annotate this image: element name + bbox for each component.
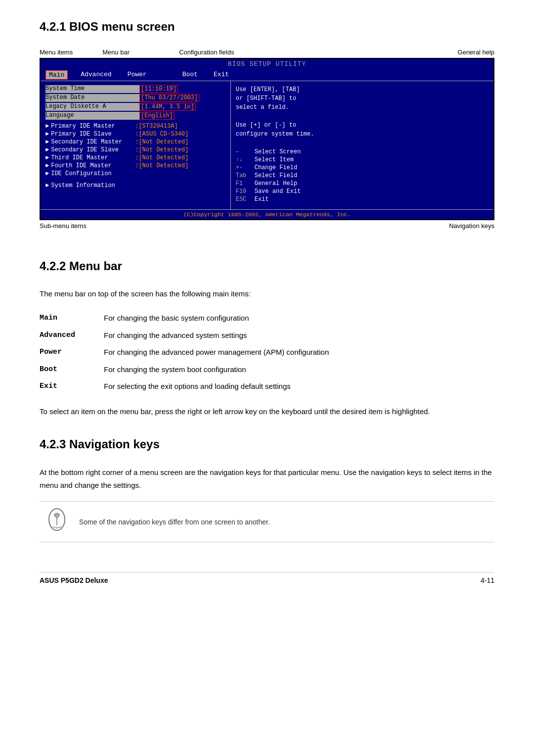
nav-desc-f1: General Help: [255, 180, 297, 187]
bios-value-system-time: [11:10:19]: [139, 85, 178, 93]
menu-item-desc-main: For changing the basic system configurat…: [99, 310, 494, 327]
bios-help-text: Use [ENTER], [TAB] or [SHIFT-TAB] to sel…: [236, 85, 489, 139]
menu-item-desc-boot: For changing the system boot configurati…: [99, 361, 494, 378]
bios-left-panel: System Time [11:10:19] System Date [Thu …: [41, 81, 231, 209]
bios-field-diskette: Legacy Diskette A [1.44M, 3.5 in]: [45, 103, 225, 111]
bios-value-system-date: [Thu 03/27/2003]: [139, 94, 199, 102]
nav-row-item: ↑↓ Select Item: [236, 156, 489, 163]
note-text: Some of the navigation keys differ from …: [79, 518, 270, 526]
section-422: 4.2.2 Menu bar The menu bar on top of th…: [40, 259, 494, 418]
menu-item-label-main: Main: [40, 310, 99, 327]
nav-row-field: +- Change Field: [236, 164, 489, 171]
bios-menu-exit[interactable]: Exit: [211, 70, 232, 80]
bios-menu-advanced[interactable]: Advanced: [78, 70, 114, 80]
table-row: Power For changing the advanced power ma…: [40, 344, 494, 361]
label-nav-keys: Navigation keys: [449, 222, 494, 230]
sub-value-primary-master: :[ST320413A]: [135, 123, 178, 130]
arrow-icon-4: ►: [45, 146, 49, 153]
sub-value-secondary-slave: :[Not Detected]: [135, 146, 188, 153]
label-menu-bar: Menu bar: [102, 48, 130, 56]
arrow-icon-7: ►: [45, 170, 49, 177]
nav-desc-item: Select Item: [255, 156, 294, 163]
menu-bar-table: Main For changing the basic system confi…: [40, 310, 494, 395]
nav-key-f1: F1: [236, 180, 251, 187]
bios-title-text: BIOS SETUP UTILITY: [228, 60, 306, 68]
nav-desc-esc: Exit: [255, 196, 269, 203]
nav-row-esc: ESC Exit: [236, 196, 489, 203]
bios-right-panel: Use [ENTER], [TAB] or [SHIFT-TAB] to sel…: [231, 81, 493, 209]
bios-title-bar: BIOS SETUP UTILITY: [41, 59, 493, 69]
bios-menu-power[interactable]: Power: [125, 70, 150, 80]
bios-footer: (C)Copyright 1985-2002, American Megatre…: [41, 209, 493, 219]
bios-diagram: Menu items Menu bar Configuration fields…: [40, 48, 494, 230]
section-422-title: 4.2.2 Menu bar: [40, 259, 494, 273]
table-row: Advanced For changing the advanced syste…: [40, 327, 494, 344]
bios-menu-main[interactable]: Main: [45, 70, 68, 80]
arrow-icon-3: ►: [45, 139, 49, 145]
arrow-icon-2: ►: [45, 131, 49, 138]
section-422-intro: The menu bar on top of the screen has th…: [40, 288, 494, 300]
bios-screen: BIOS SETUP UTILITY Main Advanced Power B…: [40, 58, 494, 220]
bios-label-language: Language: [45, 112, 139, 120]
sub-value-secondary-master: :[Not Detected]: [135, 139, 188, 145]
bios-sub-secondary-master: ► Secondary IDE Master :[Not Detected]: [45, 139, 225, 145]
footer-page-number: 4-11: [481, 576, 494, 584]
nav-key-tab: Tab: [236, 172, 251, 179]
menu-item-label-advanced: Advanced: [40, 327, 99, 344]
bios-label-system-time: System Time: [45, 85, 139, 93]
nav-desc-field: Change Field: [255, 164, 297, 171]
arrow-icon-5: ►: [45, 154, 49, 161]
nav-key-esc: ESC: [236, 196, 251, 203]
label-general-help: General help: [458, 48, 494, 56]
bios-label-system-date: System Date: [45, 94, 139, 102]
bios-sub-fourth-master: ► Fourth IDE Master :[Not Detected]: [45, 162, 225, 169]
nav-key-arrows: ←: [236, 148, 251, 155]
menu-item-label-boot: Boot: [40, 361, 99, 378]
sub-label-ide-config: IDE Configuration: [51, 170, 135, 177]
note-box: Some of the navigation keys differ from …: [40, 501, 494, 542]
note-icon: [44, 508, 69, 536]
sub-label-fourth-master: Fourth IDE Master: [51, 162, 135, 169]
nav-desc-tab: Select Field: [255, 172, 297, 179]
sub-label-secondary-master: Secondary IDE Master: [51, 139, 135, 145]
bios-value-diskette: [1.44M, 3.5 in]: [139, 103, 196, 111]
nav-key-plusminus: +-: [236, 164, 251, 171]
table-row: Boot For changing the system boot config…: [40, 361, 494, 378]
sub-value-third-master: :[Not Detected]: [135, 154, 188, 161]
bios-menu-boot[interactable]: Boot: [179, 70, 201, 80]
section-422-note: To select an item on the menu bar, press…: [40, 405, 494, 418]
page-footer: ASUS P5GD2 Deluxe 4-11: [40, 572, 494, 584]
section-423-text: At the bottom right corner of a menu scr…: [40, 466, 494, 491]
menu-item-label-power: Power: [40, 344, 99, 361]
bios-body: System Time [11:10:19] System Date [Thu …: [41, 81, 493, 209]
sub-value-primary-slave: :[ASUS CD-S340]: [135, 131, 188, 138]
nav-row-tab: Tab Select Field: [236, 172, 489, 179]
bios-field-system-time: System Time [11:10:19]: [45, 85, 225, 93]
menu-item-desc-exit: For selecting the exit options and loadi…: [99, 378, 494, 395]
nav-key-updown: ↑↓: [236, 156, 251, 163]
arrow-icon-8: ►: [45, 182, 49, 189]
bios-bottom-labels: Sub-menu items Navigation keys: [40, 222, 494, 230]
bios-nav-keys: ← Select Screen ↑↓ Select Item +- Change…: [236, 148, 489, 203]
sub-value-fourth-master: :[Not Detected]: [135, 162, 188, 169]
bios-main-fields: System Time [11:10:19] System Date [Thu …: [45, 85, 225, 120]
bios-sub-primary-master: ► Primary IDE Master :[ST320413A]: [45, 123, 225, 130]
bios-menu-bar: Main Advanced Power Boot Exit: [41, 69, 493, 81]
nav-desc-f10: Save and Exit: [255, 188, 301, 195]
section-423-title: 4.2.3 Navigation keys: [40, 437, 494, 451]
bios-sub-system-info: ► System Information: [45, 182, 225, 189]
footer-product-name: ASUS P5GD2 Deluxe: [40, 576, 108, 584]
nav-row-screen: ← Select Screen: [236, 148, 489, 155]
bios-field-language: Language [English]: [45, 112, 225, 120]
menu-item-desc-advanced: For changing the advanced system setting…: [99, 327, 494, 344]
bios-sub-ide-config: ► IDE Configuration: [45, 170, 225, 177]
table-row: Main For changing the basic system confi…: [40, 310, 494, 327]
label-menu-items: Menu items: [40, 48, 73, 56]
arrow-icon-6: ►: [45, 162, 49, 169]
bios-label-diskette: Legacy Diskette A: [45, 103, 139, 111]
bios-sub-secondary-slave: ► Secondary IDE Slave :[Not Detected]: [45, 146, 225, 153]
bios-field-system-date: System Date [Thu 03/27/2003]: [45, 94, 225, 102]
sub-label-secondary-slave: Secondary IDE Slave: [51, 146, 135, 153]
nav-desc-screen: Select Screen: [255, 148, 301, 155]
section-423: 4.2.3 Navigation keys At the bottom righ…: [40, 437, 494, 542]
